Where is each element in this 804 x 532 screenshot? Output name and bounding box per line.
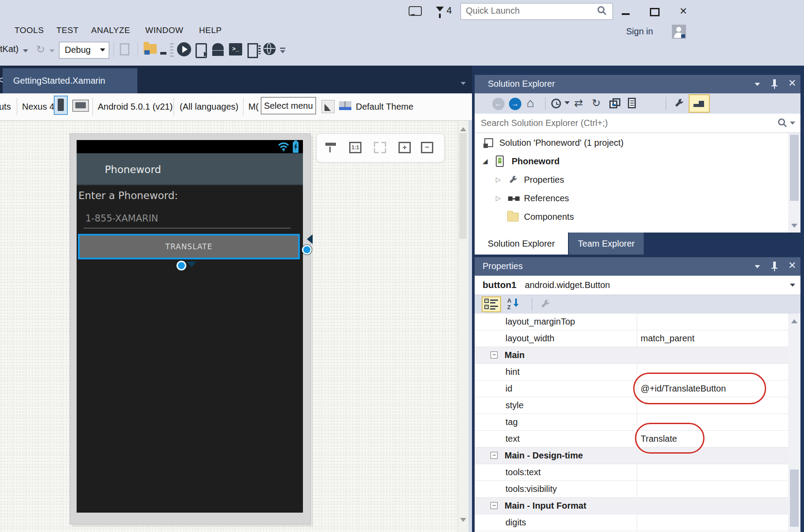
selection-arrow-right-icon[interactable] — [302, 234, 313, 244]
prop-row[interactable]: digits — [475, 514, 788, 531]
collapse-box-icon[interactable]: − — [491, 452, 498, 459]
refresh-icon[interactable]: ↻ — [36, 43, 45, 55]
chevron-down-icon[interactable] — [23, 49, 28, 55]
menu-help[interactable]: HELP — [199, 26, 222, 35]
prop-section[interactable]: −Main — [475, 347, 788, 364]
device-log-icon[interactable] — [247, 43, 258, 58]
notification-count[interactable]: 4 — [446, 5, 452, 16]
solution-explorer-titlebar[interactable]: Solution Explorer ✕ — [475, 75, 800, 93]
target-framework-clipped[interactable]: tKat) — [0, 44, 18, 54]
pin-icon[interactable] — [773, 262, 776, 268]
menu-test[interactable]: TEST — [56, 26, 79, 35]
emulator-globe-icon[interactable] — [263, 43, 276, 55]
expander-closed-icon[interactable]: ▷ — [496, 194, 501, 202]
sign-in-link[interactable]: Sign in — [626, 26, 653, 37]
window-position-chevron-icon[interactable] — [755, 265, 760, 271]
grid-scrollbar-thumb[interactable] — [790, 469, 799, 527]
collapse-box-icon[interactable]: − — [491, 351, 498, 358]
scroll-down-icon[interactable] — [791, 224, 797, 231]
fit-to-window-icon[interactable] — [374, 142, 386, 153]
home-icon[interactable]: ⌂ — [527, 96, 534, 110]
prop-row[interactable]: tag — [475, 414, 788, 431]
tree-row-properties[interactable]: ▷ Properties — [475, 171, 800, 189]
prop-section[interactable]: −Main - Input Format — [475, 498, 788, 514]
menu-window[interactable]: WINDOW — [145, 26, 183, 35]
select-menu-dropdown[interactable]: Select menu — [261, 97, 316, 115]
prop-row[interactable]: tools:visibility — [475, 481, 788, 498]
alternate-layouts-clipped[interactable]: uts — [0, 102, 11, 112]
prop-section[interactable]: −Main - Design-time — [475, 447, 788, 464]
close-button[interactable]: × — [675, 4, 692, 18]
tree-row-solution[interactable]: Solution 'Phoneword' (1 project) — [475, 134, 800, 152]
android-version-selector[interactable]: Android 5.0.1 (v21) — [98, 102, 173, 112]
tab-solution-explorer[interactable]: Solution Explorer — [475, 233, 568, 255]
device-selector[interactable]: Nexus 4 — [22, 102, 54, 112]
android-icon[interactable] — [212, 43, 224, 50]
solution-search-input[interactable]: Search Solution Explorer (Ctrl+;) — [475, 114, 800, 133]
selection-handle-right[interactable] — [302, 245, 312, 255]
switch-views-icon[interactable]: ⇄ — [574, 97, 583, 109]
device-deploy-icon[interactable] — [195, 43, 207, 58]
console-icon[interactable]: >_ — [229, 43, 242, 55]
actual-size-icon[interactable]: 1:1 — [349, 142, 361, 153]
categorized-icon[interactable]: ++ — [482, 296, 501, 312]
search-icon[interactable] — [778, 118, 787, 128]
collapse-all-icon[interactable] — [609, 100, 617, 108]
chevron-down-icon[interactable] — [49, 49, 55, 55]
configuration-dropdown[interactable]: Debug — [59, 42, 109, 59]
tab-list-chevron-icon[interactable] — [461, 82, 466, 88]
selection-arrow-bottom-icon[interactable] — [187, 262, 196, 272]
tree-row-project[interactable]: ◢ Phoneword — [475, 152, 800, 171]
forward-icon[interactable]: → — [509, 98, 521, 110]
object-selector-dropdown[interactable]: button1 android.widget.Button — [475, 276, 800, 295]
close-icon[interactable]: ✕ — [788, 79, 796, 88]
portrait-orientation-button[interactable] — [54, 96, 68, 115]
folder-icon[interactable] — [144, 44, 157, 54]
phoneword-input-widget[interactable]: 1-855-XAMARIN — [85, 213, 158, 224]
split-view-icon[interactable] — [325, 142, 337, 153]
canvas-scrollbar-thumb[interactable] — [459, 133, 467, 239]
show-all-files-icon[interactable] — [628, 98, 636, 108]
scroll-up-icon[interactable] — [791, 316, 797, 323]
tab-team-explorer[interactable]: Team Explorer — [569, 233, 644, 255]
properties-titlebar[interactable]: Properties ✕ — [475, 257, 800, 276]
translate-button-widget[interactable]: TRANSLATE — [78, 234, 300, 259]
expander-closed-icon[interactable]: ▷ — [496, 176, 501, 184]
collapse-box-icon[interactable]: − — [491, 502, 498, 509]
chevron-down-icon[interactable] — [790, 122, 795, 127]
language-selector[interactable]: (All languages) — [180, 102, 238, 112]
phoneword-label-widget[interactable]: Enter a Phoneword: — [78, 190, 178, 201]
feedback-icon[interactable] — [409, 6, 422, 16]
expander-open-icon[interactable]: ◢ — [483, 157, 488, 165]
pending-changes-icon[interactable] — [551, 99, 561, 108]
property-pages-wrench-icon[interactable] — [540, 299, 550, 309]
window-position-chevron-icon[interactable] — [755, 83, 760, 89]
alphabetical-icon[interactable]: AZ — [507, 298, 523, 311]
landscape-orientation-button[interactable] — [72, 100, 89, 112]
dash-icon[interactable] — [160, 52, 166, 55]
toolbar-grip[interactable] — [170, 43, 173, 57]
start-debug-icon[interactable] — [177, 42, 191, 56]
preview-selected-icon[interactable] — [689, 94, 710, 113]
zoom-out-icon[interactable]: − — [421, 142, 433, 153]
user-avatar-icon[interactable] — [672, 25, 686, 39]
prop-row[interactable]: layout_marginTop — [475, 314, 788, 330]
back-icon[interactable]: ← — [492, 98, 505, 110]
pin-icon[interactable] — [773, 79, 776, 85]
attach-icon[interactable] — [120, 43, 129, 55]
tree-row-references[interactable]: ▷ References — [475, 189, 800, 208]
properties-wrench-icon[interactable] — [674, 98, 684, 108]
prop-row[interactable]: layout_widthmatch_parent — [475, 330, 788, 347]
maximize-button[interactable] — [650, 8, 660, 16]
tree-scrollbar-thumb[interactable] — [790, 135, 799, 201]
resize-corner-button[interactable] — [321, 100, 335, 113]
close-icon[interactable]: ✕ — [788, 261, 796, 270]
prop-row-text[interactable]: textTranslate — [475, 431, 788, 447]
selection-handle-bottom[interactable] — [177, 261, 186, 270]
zoom-in-icon[interactable]: + — [398, 142, 411, 153]
theme-selector[interactable]: Default Theme — [356, 102, 413, 112]
document-tab[interactable]: GettingStarted.Xamarin — [3, 68, 137, 93]
minimize-button[interactable] — [622, 13, 630, 15]
scroll-down-icon[interactable] — [460, 518, 466, 525]
tree-row-components[interactable]: Components — [475, 208, 800, 226]
